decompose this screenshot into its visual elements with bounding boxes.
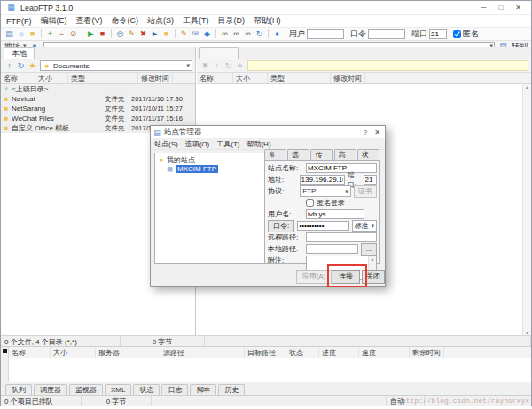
dialog-menu-item[interactable]: 工具(T) [216, 139, 239, 149]
toolbar-icon[interactable]: ◎ [114, 28, 126, 40]
password-input[interactable] [297, 221, 348, 231]
local-path-input[interactable] [306, 244, 358, 254]
queue-body[interactable] [9, 358, 531, 383]
toolbar-icon[interactable] [82, 29, 82, 38]
column-header[interactable]: 修改时间 [331, 73, 365, 83]
anonymous-login-checkbox[interactable] [306, 199, 314, 207]
protocol-dropdown[interactable]: FTP ▾ [300, 185, 351, 197]
combo-caret-icon[interactable]: ▾ [186, 62, 190, 69]
queue-column-header[interactable]: 名称 [9, 347, 51, 358]
menu-item[interactable]: 命令(C) [112, 15, 139, 27]
local-path-combo[interactable]: ■ Documents ▾ [40, 60, 192, 71]
toolbar-icon[interactable]: ∞ [242, 28, 254, 40]
menu-item[interactable]: 目录(D) [218, 15, 246, 27]
browse-button[interactable]: ... [361, 243, 377, 256]
toolbar-icon[interactable]: ∞ [231, 28, 242, 40]
toolbar-icon[interactable] [111, 29, 112, 38]
toolbar-icon[interactable]: ∞ [219, 28, 231, 40]
dialog-tab[interactable]: 选项 [287, 149, 309, 160]
bottom-tab[interactable]: 状态 [133, 384, 160, 395]
scroll-up-icon[interactable]: ▲ [371, 256, 375, 262]
menu-item[interactable]: 工具(T) [183, 15, 209, 27]
user-input[interactable] [307, 29, 344, 39]
queue-column-header[interactable]: 速度 [359, 347, 410, 358]
toolbar-icon[interactable]: ↻ [254, 28, 265, 40]
column-header[interactable]: 名称 [197, 73, 233, 83]
queue-column-header[interactable]: 目标路径 [245, 347, 286, 358]
column-header[interactable]: 大小 [35, 73, 68, 83]
address-input[interactable] [300, 175, 345, 185]
file-row[interactable]: ↑ <上级目录> [1, 84, 195, 94]
toolbar-icon[interactable]: ◆ [201, 28, 213, 40]
toolbar-icon[interactable]: ☼ [15, 28, 27, 40]
bottom-tab[interactable]: 调度器 [34, 384, 67, 395]
maximize-button[interactable]: □ [498, 4, 503, 12]
dialog-help-button[interactable]: ? [364, 129, 367, 137]
connect-button[interactable]: 连接 [332, 270, 360, 284]
minimize-button[interactable]: ─ [481, 4, 487, 12]
nav-icon[interactable]: ★ [27, 60, 38, 72]
bottom-tab[interactable]: 日志 [161, 384, 188, 395]
nav-icon[interactable]: ↻ [223, 60, 234, 72]
dialog-menu-item[interactable]: 帮助(H) [246, 139, 270, 149]
toolbar-icon[interactable]: ✎ [178, 28, 190, 40]
queue-column-header[interactable]: 剩余时间 [410, 347, 444, 358]
bottom-tab[interactable]: 监视器 [69, 384, 103, 395]
dialog-close-button[interactable]: ✕ [374, 129, 380, 137]
menu-item[interactable]: 编辑(E) [41, 15, 67, 27]
close-dialog-button[interactable]: 关闭 [362, 270, 385, 284]
toolbar-icon[interactable]: ■ [27, 28, 38, 40]
menu-item[interactable]: 帮助(H) [254, 15, 281, 27]
dialog-tab[interactable]: 高级 [334, 149, 356, 160]
remote-path-input[interactable] [306, 232, 377, 242]
bottom-tab[interactable]: XML [105, 384, 131, 395]
password-type-dropdown[interactable]: 标准 ▾ [352, 220, 377, 232]
queue-column-header[interactable]: 进度 [319, 347, 359, 358]
toolbar-icon[interactable]: ✉ [190, 28, 201, 40]
nav-icon[interactable]: ↻ [15, 60, 27, 72]
close-button[interactable]: ✕ [515, 4, 521, 12]
menu-item[interactable]: 查看(V) [76, 15, 103, 27]
nav-icon[interactable]: ↑ [4, 60, 15, 72]
local-tab[interactable]: 本地 [4, 47, 35, 59]
column-header[interactable]: 名称 [1, 73, 35, 83]
menu-item[interactable]: FTP(F) [6, 17, 32, 26]
dialog-tab[interactable]: 状态 [357, 149, 379, 160]
dialog-menu-item[interactable]: 选项(O) [185, 139, 210, 149]
toolbar-icon[interactable] [215, 29, 216, 38]
toolbar-icon[interactable]: ■ [97, 28, 108, 40]
column-header[interactable]: 大小 [233, 73, 268, 83]
tree-site-item[interactable]: ▤ MXCIM FTP [157, 164, 262, 173]
queue-column-header[interactable]: 服务器 [96, 347, 160, 358]
port-input[interactable] [364, 175, 377, 185]
dialog-tab[interactable]: 常规 [264, 149, 286, 160]
toolbar-icon[interactable]: ✎ [126, 28, 137, 40]
toolbar-icon[interactable] [268, 29, 269, 38]
column-header[interactable]: 类型 [68, 73, 138, 83]
password-button[interactable]: 口令: [268, 220, 294, 232]
toolbar-icon[interactable]: ▶ [85, 28, 97, 40]
file-row[interactable]: ■ WeChat Files 文件夹 2017/11/17 15:16 [1, 114, 195, 123]
remote-quickbar[interactable] [247, 60, 528, 71]
queue-column-header[interactable]: 大小 [51, 347, 96, 358]
bottom-tab[interactable]: 脚本 [190, 384, 216, 395]
toolbar-icon[interactable]: ► [149, 28, 160, 40]
bottom-tab[interactable]: 队列 [5, 384, 32, 395]
toolbar-icon[interactable]: ✖ [137, 28, 149, 40]
queue-column-header[interactable]: 源路径 [160, 347, 245, 358]
queue-column-header[interactable]: 状态 [286, 347, 319, 358]
site-name-input[interactable] [306, 163, 377, 173]
port-input[interactable] [429, 29, 447, 39]
dialog-tab[interactable]: 传输 [310, 149, 332, 160]
anonymous-checkbox[interactable] [453, 30, 461, 38]
scroll-up-icon[interactable]: ▲ [525, 84, 529, 90]
toolbar-icon[interactable]: + [44, 28, 56, 40]
password-input[interactable] [368, 29, 405, 39]
nav-icon[interactable]: ✖ [200, 60, 211, 72]
remote-scrollbar[interactable]: ▲▼ [522, 84, 531, 335]
nav-icon[interactable]: ★ [234, 60, 246, 72]
username-input[interactable] [306, 209, 364, 219]
bottom-tab[interactable]: 历史 [218, 384, 245, 395]
toolbar-icon[interactable] [41, 29, 42, 38]
toolbar-icon[interactable] [175, 29, 176, 38]
